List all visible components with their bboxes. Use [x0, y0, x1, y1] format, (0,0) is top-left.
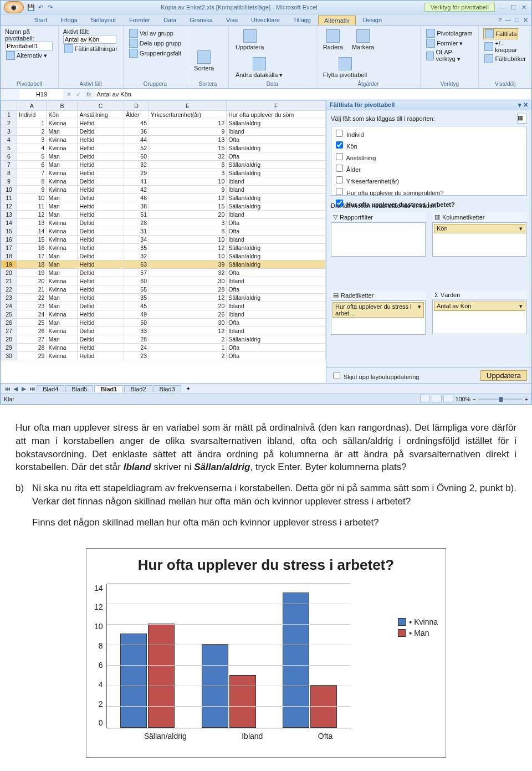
group-selection-button[interactable]: Val av grupp: [128, 28, 175, 38]
field-settings-icon: [64, 44, 73, 53]
chevron-down-icon[interactable]: ▾: [519, 225, 523, 232]
field-kön[interactable]: Kön: [332, 139, 525, 151]
zoom-slider[interactable]: [478, 399, 523, 400]
ribbon-group-pivottable: Namn på pivottabell: Alternativ ▾ Pivott…: [1, 26, 59, 88]
plusminus-button[interactable]: +/--knappar: [483, 39, 527, 54]
minimize-ribbon-icon[interactable]: —: [505, 17, 511, 24]
column-field-item[interactable]: Kön▾: [434, 224, 525, 233]
field-settings-button[interactable]: Fältinställningar: [63, 44, 119, 54]
tab-infoga[interactable]: Infoga: [54, 15, 84, 25]
tab-data[interactable]: Data: [157, 15, 182, 25]
sheet-tab-blad1[interactable]: Blad1: [94, 385, 123, 392]
tab-tillägg[interactable]: Tillägg: [287, 15, 317, 25]
undo-icon[interactable]: ↶: [37, 4, 44, 11]
name-box[interactable]: H19: [19, 89, 64, 99]
pivotchart-button[interactable]: Pivotdiagram: [425, 28, 473, 38]
clear-button[interactable]: Radera: [321, 28, 345, 52]
bar-kvinna-0: [120, 634, 147, 727]
first-sheet-icon[interactable]: ⏮: [4, 385, 11, 392]
pivot-name-input[interactable]: [5, 42, 53, 50]
sort-desc-icon[interactable]: [192, 37, 200, 45]
column-labels-area[interactable]: Kön▾: [432, 222, 527, 257]
select-button[interactable]: Markera: [350, 28, 376, 52]
tab-granska[interactable]: Granska: [183, 15, 219, 25]
sheet-tab-blad4[interactable]: Blad4: [37, 385, 64, 392]
normal-view-icon[interactable]: [420, 395, 430, 402]
tab-sidlayout[interactable]: Sidlayout: [85, 15, 122, 25]
values-area[interactable]: Antal av Kön▾: [432, 300, 527, 334]
sheet-tab-blad3[interactable]: Blad3: [154, 385, 181, 392]
formulas-button[interactable]: Formler ▾: [425, 38, 464, 48]
change-source-button[interactable]: Ändra datakälla ▾: [233, 56, 285, 80]
field-individ[interactable]: Individ: [332, 127, 525, 139]
tab-design[interactable]: Design: [357, 15, 388, 25]
field-list[interactable]: Individ Kön Anställning Ålder Yrkeserfar…: [331, 126, 527, 196]
chevron-down-icon[interactable]: ▾: [418, 303, 421, 316]
cells-grid[interactable]: ABCDEF1IndividKönAnställningÅlderYrkeser…: [1, 100, 326, 360]
close-icon[interactable]: ✕: [519, 4, 528, 11]
layout-icon[interactable]: ▦: [517, 114, 527, 124]
quick-access-toolbar[interactable]: 💾 ↶ ↷: [27, 4, 54, 11]
olap-button[interactable]: OLAP-verktyg ▾: [425, 48, 474, 63]
field-yrkeserfarenhet-år-[interactable]: Yrkeserfarenhet(år): [332, 174, 525, 186]
page-layout-view-icon[interactable]: [432, 395, 442, 402]
ungroup-button[interactable]: Dela upp grupp: [128, 38, 182, 48]
pivot-options-button[interactable]: Alternativ ▾: [5, 50, 48, 60]
group-field-button[interactable]: Grupperingsfält: [128, 48, 182, 58]
move-pivot-button[interactable]: Flytta pivottabell: [321, 56, 369, 79]
tab-alternativ[interactable]: Alternativ: [318, 16, 356, 25]
fieldlist-button[interactable]: Fältlista: [483, 28, 518, 39]
fieldheaders-button[interactable]: Fältrubriker: [483, 54, 527, 64]
accept-formula-icon[interactable]: ✓: [74, 91, 83, 98]
row-field-item[interactable]: Hur ofta upplever du stress i arbet…▾: [332, 302, 424, 318]
restore-icon[interactable]: ☐: [514, 17, 520, 24]
save-icon[interactable]: 💾: [27, 4, 35, 11]
pane-close-icon[interactable]: ✕: [523, 101, 528, 108]
worksheet[interactable]: ABCDEF1IndividKönAnställningÅlderYrkeser…: [1, 100, 326, 383]
new-sheet-icon[interactable]: ✦: [182, 385, 194, 392]
redo-icon[interactable]: ↷: [46, 4, 54, 11]
status-ready: Klar: [4, 396, 14, 402]
tab-formler[interactable]: Formler: [123, 15, 156, 25]
clear-icon: [326, 29, 340, 43]
chevron-down-icon[interactable]: ▾: [519, 303, 523, 310]
active-field-input[interactable]: [63, 35, 116, 44]
help-icon[interactable]: ?: [498, 17, 502, 24]
sort-button[interactable]: Sortera: [192, 49, 216, 73]
refresh-button[interactable]: Uppdatera: [233, 28, 266, 52]
close-workbook-icon[interactable]: ✕: [523, 17, 528, 24]
fx-icon[interactable]: fx: [83, 91, 95, 98]
field-ålder[interactable]: Ålder: [332, 162, 525, 174]
last-sheet-icon[interactable]: ⏭: [29, 385, 35, 392]
options-icon: [6, 51, 15, 60]
row-labels-area[interactable]: Hur ofta upplever du stress i arbet…▾: [331, 300, 426, 335]
prev-sheet-icon[interactable]: ◀: [12, 385, 19, 392]
next-sheet-icon[interactable]: ▶: [21, 385, 27, 392]
bar-kvinna-2: [283, 593, 309, 727]
ribbon-group-tools: Pivotdiagram Formler ▾ OLAP-verktyg ▾ Ve…: [421, 26, 479, 88]
defer-layout-checkbox[interactable]: Skjut upp layoutuppdatering: [331, 370, 419, 381]
sheet-tab-blad5[interactable]: Blad5: [65, 385, 93, 392]
zoom-in-icon[interactable]: +: [525, 396, 528, 402]
update-button[interactable]: Uppdatera: [480, 370, 527, 381]
tab-visa[interactable]: Visa: [220, 15, 244, 25]
field-anställning[interactable]: Anställning: [332, 151, 525, 162]
olap-icon: [426, 52, 434, 60]
minimize-icon[interactable]: —: [498, 4, 507, 11]
formula-input[interactable]: Antal av Kön: [95, 89, 531, 99]
page-break-view-icon[interactable]: [443, 395, 453, 402]
tab-start[interactable]: Start: [28, 15, 53, 25]
bar-man-1: [229, 675, 256, 728]
zoom-out-icon[interactable]: −: [473, 396, 476, 402]
maximize-icon[interactable]: ☐: [509, 4, 518, 11]
pane-dropdown-icon[interactable]: ▾: [518, 101, 521, 108]
report-filter-area[interactable]: [331, 222, 426, 257]
sort-asc-icon[interactable]: [192, 28, 200, 36]
field-hur-ofta-upplever-du-sömnproblem-[interactable]: Hur ofta upplever du sömnproblem?: [332, 186, 525, 197]
value-field-item[interactable]: Antal av Kön▾: [434, 302, 525, 311]
office-button[interactable]: ◉: [4, 1, 24, 13]
filter-icon: ▽: [333, 213, 337, 221]
sheet-tab-blad2[interactable]: Blad2: [124, 385, 152, 392]
tab-utvecklare[interactable]: Utvecklare: [245, 15, 286, 25]
cancel-formula-icon[interactable]: ✕: [64, 91, 74, 98]
